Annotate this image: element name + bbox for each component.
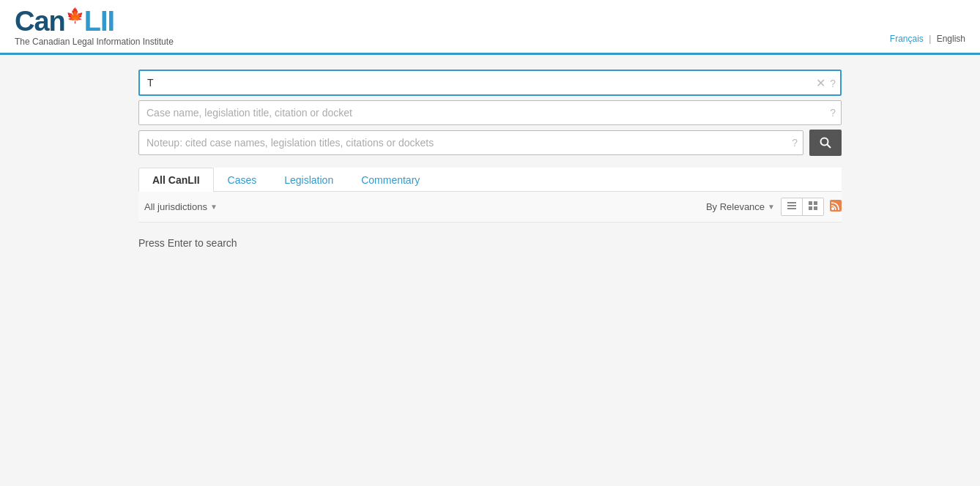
help-icon-noteup[interactable]: ? <box>792 137 798 149</box>
logo-can: Can <box>15 6 65 37</box>
tab-cases[interactable]: Cases <box>214 168 271 192</box>
maple-leaf: 🍁 <box>66 8 83 23</box>
press-enter-message: Press Enter to search <box>138 223 842 263</box>
logo-area: Can🍁LII The Canadian Legal Information I… <box>15 7 174 47</box>
grid-view-button[interactable] <box>803 198 823 215</box>
noteup-row: ? <box>138 130 842 156</box>
list-view-button[interactable] <box>782 198 803 215</box>
press-enter-text: Press Enter to search <box>138 237 237 249</box>
tab-all-canlii[interactable]: All CanLII <box>138 168 214 192</box>
svg-rect-6 <box>814 201 817 205</box>
relevance-dropdown[interactable]: By Relevance ▼ <box>706 201 775 212</box>
header: Can🍁LII The Canadian Legal Information I… <box>0 0 980 55</box>
svg-rect-7 <box>809 206 812 210</box>
main-content: ✕ ? ? ? All CanLII Cases Legislation Com… <box>124 55 856 278</box>
filter-search-row: ? <box>138 100 842 125</box>
rss-feed-icon <box>830 200 842 212</box>
tab-legislation[interactable]: Legislation <box>270 168 347 192</box>
main-search-input[interactable] <box>138 70 842 96</box>
relevance-label: By Relevance <box>706 201 765 212</box>
lang-divider: | <box>929 34 933 44</box>
svg-rect-8 <box>814 206 817 210</box>
right-filters: By Relevance ▼ <box>706 198 842 216</box>
filter-search-icons: ? <box>830 107 836 119</box>
search-button[interactable] <box>809 130 842 156</box>
svg-rect-4 <box>787 208 796 209</box>
noteup-wrapper: ? <box>138 130 803 155</box>
noteup-search-input[interactable] <box>138 130 803 155</box>
svg-point-10 <box>831 207 834 210</box>
clear-icon[interactable]: ✕ <box>816 76 825 90</box>
jurisdiction-label: All jurisdictions <box>144 201 207 212</box>
view-toggle <box>781 198 824 216</box>
main-search-icons: ✕ ? <box>816 76 836 90</box>
list-view-icon <box>787 201 796 210</box>
grid-view-icon <box>809 201 817 210</box>
help-icon-main[interactable]: ? <box>830 77 836 89</box>
logo-lii: LII <box>84 6 114 37</box>
filter-search-input[interactable] <box>138 100 842 125</box>
lang-switcher: Français | English <box>890 34 965 47</box>
svg-line-1 <box>828 145 831 149</box>
help-icon-filter[interactable]: ? <box>830 107 836 119</box>
search-icon <box>820 137 831 149</box>
rss-icon[interactable] <box>830 200 842 214</box>
lang-french-link[interactable]: Français <box>890 34 924 44</box>
jurisdiction-dropdown-arrow: ▼ <box>210 203 218 211</box>
jurisdiction-dropdown[interactable]: All jurisdictions ▼ <box>138 198 223 215</box>
tagline: The Canadian Legal Information Institute <box>15 37 174 47</box>
noteup-search-icons: ? <box>792 137 798 149</box>
lang-english-label: English <box>937 34 965 44</box>
svg-rect-5 <box>809 201 812 205</box>
tabs-container: All CanLII Cases Legislation Commentary <box>138 168 842 192</box>
logo[interactable]: Can🍁LII <box>15 7 174 35</box>
svg-rect-2 <box>787 202 796 203</box>
svg-rect-3 <box>787 205 796 206</box>
svg-point-0 <box>821 138 828 146</box>
main-search-row: ✕ ? <box>138 70 842 96</box>
relevance-dropdown-arrow: ▼ <box>768 203 775 211</box>
tab-commentary[interactable]: Commentary <box>347 168 434 192</box>
filters-row: All jurisdictions ▼ By Relevance ▼ <box>138 192 842 223</box>
